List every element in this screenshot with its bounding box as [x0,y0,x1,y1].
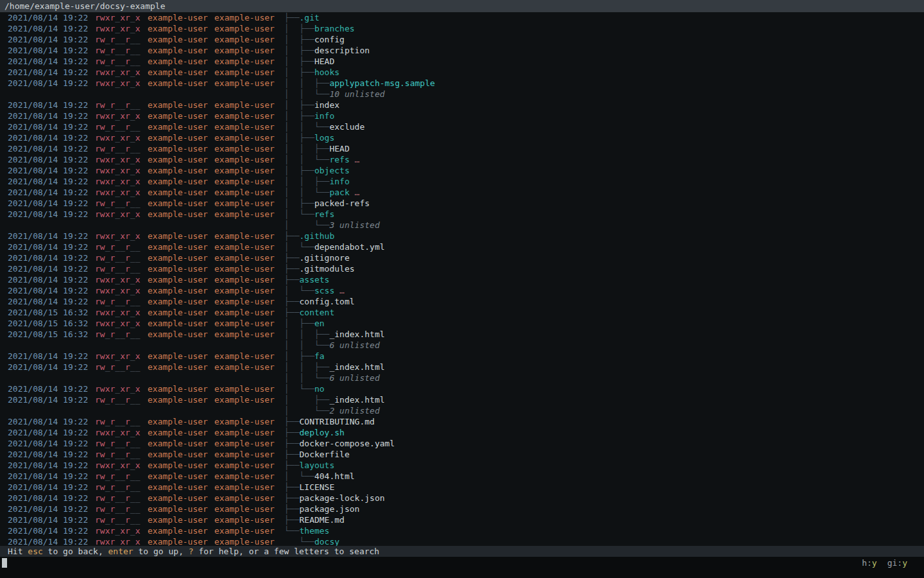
status-text: Hit [8,547,28,556]
help-key-hint: ? [189,547,194,556]
tree-branch-lines: │ ├── [284,34,314,45]
tree-row[interactable]: 2021/08/14 19:22rwxr_xr_xexample-userexa… [0,165,924,176]
permissions: rwxr_xr_x [95,110,148,121]
tree-branch-lines: ├── [284,307,299,318]
owner: example-user [148,252,214,263]
modified-date: 2021/08/14 19:22 [8,100,95,110]
tree-branch-lines: │ └── [284,285,314,296]
tree-row: │ │ └──6 unlisted [0,340,924,351]
tree-row[interactable]: 2021/08/14 19:22rw_r__r__example-userexa… [0,449,924,460]
tree-row[interactable]: 2021/08/14 19:22rw_r__r__example-userexa… [0,143,924,154]
tree-row[interactable]: 2021/08/14 19:22rw_r__r__example-userexa… [0,263,924,274]
unlisted-note: 3 unlisted [329,220,379,231]
file-name: docker-compose.yaml [299,438,395,449]
dir-name: layouts [299,460,334,471]
tree-branch-lines: ├── [284,252,299,263]
tree-row[interactable]: 2021/08/14 19:22rw_r__r__example-userexa… [0,482,924,493]
group: example-user [214,187,276,198]
tree-row[interactable]: 2021/08/14 19:22rw_r__r__example-userexa… [0,252,924,263]
tree-row[interactable]: 2021/08/14 19:22rw_r__r__example-userexa… [0,56,924,67]
owner: example-user [148,110,214,121]
group: example-user [214,493,276,504]
group: example-user [214,252,276,263]
tree-row[interactable]: 2021/08/14 19:22rw_r__r__example-userexa… [0,34,924,45]
tree-row[interactable]: 2021/08/14 19:22rwxr_xr_xexample-userexa… [0,274,924,285]
tree-row[interactable]: 2021/08/14 19:22rwxr_xr_xexample-userexa… [0,12,924,23]
modified-date: 2021/08/14 19:22 [8,78,95,89]
tree-row[interactable]: 2021/08/14 19:22rwxr_xr_xexample-userexa… [0,231,924,241]
permissions: rw_r__r__ [95,100,148,110]
group: example-user [214,241,276,252]
tree-row[interactable]: 2021/08/14 19:22rwxr_xr_xexample-userexa… [0,67,924,78]
tree-row[interactable]: 2021/08/15 16:32rwxr_xr_xexample-userexa… [0,307,924,318]
tree-row[interactable]: 2021/08/14 19:22rw_r__r__example-userexa… [0,45,924,56]
permissions: rwxr_xr_x [95,187,148,198]
permissions: rwxr_xr_x [95,536,148,546]
tree-row[interactable]: 2021/08/14 19:22rwxr_xr_xexample-userexa… [0,23,924,34]
tree-row[interactable]: 2021/08/14 19:22rw_r__r__example-userexa… [0,198,924,209]
tree-row[interactable]: 2021/08/14 19:22rwxr_xr_xexample-userexa… [0,460,924,471]
truncation-ellipsis: … [334,285,345,296]
tree-row: │ │ └──10 unlisted [0,89,924,100]
tree-row[interactable]: 2021/08/15 16:32rw_r__r__example-userexa… [0,329,924,340]
tree-branch-lines: ├── [284,460,299,471]
tree-row[interactable]: 2021/08/14 19:22rwxr_xr_xexample-userexa… [0,176,924,187]
toggle-gitignore: gi:y [887,558,907,568]
tree-branch-lines: │ │ ├── [284,143,329,154]
permissions: rw_r__r__ [95,45,148,56]
tree-row[interactable]: 2021/08/14 19:22rwxr_xr_xexample-userexa… [0,536,924,546]
tree-row[interactable]: 2021/08/14 19:22rw_r__r__example-userexa… [0,241,924,252]
tree-row[interactable]: 2021/08/14 19:22rw_r__r__example-userexa… [0,121,924,132]
tree-row[interactable]: 2021/08/14 19:22rwxr_xr_xexample-userexa… [0,132,924,143]
group: example-user [214,12,276,23]
permissions: rwxr_xr_x [95,209,148,220]
modified-date: 2021/08/14 19:22 [8,241,95,252]
tree-row[interactable]: 2021/08/14 19:22rwxr_xr_xexample-userexa… [0,285,924,296]
tree-branch-lines: └── [284,525,299,536]
modified-date: 2021/08/14 19:22 [8,493,95,504]
tree-row[interactable]: 2021/08/14 19:22rw_r__r__example-userexa… [0,514,924,525]
group: example-user [214,438,276,449]
tree-row[interactable]: 2021/08/14 19:22rw_r__r__example-userexa… [0,296,924,307]
permissions: rw_r__r__ [95,449,148,460]
tree-row[interactable]: 2021/08/14 19:22rw_r__r__example-userexa… [0,438,924,449]
search-input-bar[interactable]: h:ygi:y [0,557,924,578]
tree-row[interactable]: 2021/08/15 16:32rwxr_xr_xexample-userexa… [0,318,924,329]
tree-branch-lines: │ │ └── [284,89,329,100]
permissions: rwxr_xr_x [95,23,148,34]
tree-row[interactable]: 2021/08/14 19:22rwxr_xr_xexample-userexa… [0,154,924,165]
tree-row[interactable]: 2021/08/14 19:22rw_r__r__example-userexa… [0,394,924,405]
status-text: to go up, [133,547,189,556]
tree-row[interactable]: 2021/08/14 19:22rwxr_xr_xexample-userexa… [0,78,924,89]
group: example-user [214,34,276,45]
modified-date: 2021/08/14 19:22 [8,383,95,394]
owner: example-user [148,427,214,438]
tree-row[interactable]: 2021/08/14 19:22rwxr_xr_xexample-userexa… [0,383,924,394]
group: example-user [214,23,276,34]
modified-date: 2021/08/14 19:22 [8,394,95,405]
tree-row[interactable]: 2021/08/14 19:22rw_r__r__example-userexa… [0,504,924,514]
tree-row[interactable]: 2021/08/14 19:22rw_r__r__example-userexa… [0,362,924,372]
tree-branch-lines: │ └── [284,405,329,416]
modified-date: 2021/08/14 19:22 [8,198,95,209]
tree-branch-lines: │ │ └── [284,340,329,351]
modified-date: 2021/08/14 19:22 [8,296,95,307]
permissions: rwxr_xr_x [95,427,148,438]
input-cursor[interactable] [2,558,7,568]
group: example-user [214,121,276,132]
tree-row[interactable]: 2021/08/14 19:22rwxr_xr_xexample-userexa… [0,525,924,536]
tree-row[interactable]: 2021/08/14 19:22rwxr_xr_xexample-userexa… [0,427,924,438]
tree-row[interactable]: 2021/08/14 19:22rwxr_xr_xexample-userexa… [0,351,924,362]
modified-date: 2021/08/15 16:32 [8,329,95,340]
modified-date: 2021/08/14 19:22 [8,23,95,34]
tree-branch-lines: │ ├── [284,198,314,209]
tree-row[interactable]: 2021/08/14 19:22rw_r__r__example-userexa… [0,493,924,504]
tree-row[interactable]: 2021/08/14 19:22rw_r__r__example-userexa… [0,100,924,110]
tree-row[interactable]: 2021/08/14 19:22rwxr_xr_xexample-userexa… [0,110,924,121]
tree-row[interactable]: 2021/08/14 19:22rwxr_xr_xexample-userexa… [0,209,924,220]
tree-row[interactable]: 2021/08/14 19:22rw_r__r__example-userexa… [0,471,924,482]
tree-row[interactable]: 2021/08/14 19:22rw_r__r__example-userexa… [0,416,924,427]
owner: example-user [148,198,214,209]
modified-date: 2021/08/14 19:22 [8,536,95,546]
tree-row[interactable]: 2021/08/14 19:22rwxr_xr_xexample-userexa… [0,187,924,198]
